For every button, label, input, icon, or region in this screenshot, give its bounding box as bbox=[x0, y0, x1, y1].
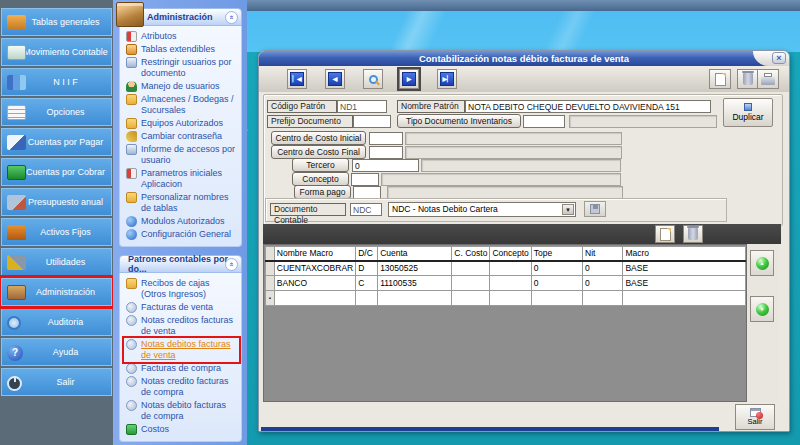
menu-item-costos[interactable]: Costos bbox=[124, 423, 239, 436]
cell-d-c[interactable]: C bbox=[356, 276, 378, 291]
sidebar-item-movimiento-contable[interactable]: Movimiento Contable bbox=[1, 38, 112, 66]
cell-d-c[interactable] bbox=[356, 291, 378, 306]
centro-costo-final-input[interactable] bbox=[369, 146, 403, 159]
centro-costo-inicial-input[interactable] bbox=[369, 132, 403, 145]
sidebar-item-salir[interactable]: Salir bbox=[1, 368, 112, 396]
prefijo-documento-input[interactable] bbox=[353, 115, 391, 128]
cell-c-costo[interactable] bbox=[452, 291, 490, 306]
documento-contable-select[interactable]: NDC - Notas Debito Cartera ▼ bbox=[388, 202, 576, 217]
tercero-button[interactable]: Tercero bbox=[292, 158, 349, 172]
centro-costo-inicial-button[interactable]: Centro de Costo Inicial bbox=[271, 131, 366, 145]
grid-confirm-down-button[interactable]: ▼ bbox=[750, 296, 774, 322]
menu-item-modulos-autorizados[interactable]: Modulos Autorizados bbox=[124, 215, 239, 228]
cell-tope[interactable]: 0 bbox=[531, 261, 582, 276]
cell-cuenta[interactable]: 11100535 bbox=[378, 276, 452, 291]
cell-cuenta[interactable] bbox=[378, 291, 452, 306]
centro-costo-final-button[interactable]: Centro de Costo Final bbox=[271, 145, 366, 159]
menu-item-manejo-de-usuarios[interactable]: Manejo de usuarios bbox=[124, 80, 239, 93]
cell-c-costo[interactable] bbox=[452, 261, 490, 276]
tipo-documento-input[interactable] bbox=[523, 115, 565, 128]
cell-cuenta[interactable]: 13050525 bbox=[378, 261, 452, 276]
close-icon[interactable]: × bbox=[772, 52, 786, 64]
cell-c-costo[interactable] bbox=[452, 276, 490, 291]
menu-item-almacenes-bodegas-sucursales[interactable]: Almacenes / Bodegas / Sucursales bbox=[124, 93, 239, 117]
cell-concepto[interactable] bbox=[490, 261, 531, 276]
save-documento-button[interactable] bbox=[584, 201, 606, 217]
menu-item-restringir-usuarios-por-documento[interactable]: Restringir usuarios por documento bbox=[124, 56, 239, 80]
cell-nit[interactable]: 0 bbox=[583, 276, 623, 291]
sidebar-item-cuentas-por-cobrar[interactable]: Cuentas por Cobrar bbox=[1, 158, 112, 186]
tercero-input[interactable] bbox=[352, 159, 419, 172]
sidebar-item-presupuesto-anual[interactable]: Presupuesto anual bbox=[1, 188, 112, 216]
first-record-button[interactable]: ▏◀ bbox=[287, 69, 307, 89]
cell-concepto[interactable] bbox=[490, 291, 531, 306]
menu-item-facturas-de-compra[interactable]: Facturas de compra bbox=[124, 362, 239, 375]
menu-item-tablas-extendibles[interactable]: Tablas extendibles bbox=[124, 43, 239, 56]
row-selector-cell[interactable] bbox=[266, 261, 275, 276]
table-row[interactable]: ▪ bbox=[266, 291, 746, 306]
salir-button[interactable]: Salir bbox=[735, 404, 775, 430]
concepto-input[interactable] bbox=[351, 173, 379, 186]
row-selector-cell[interactable]: ▪ bbox=[266, 291, 275, 306]
menu-item-personalizar-nombres-de-tablas[interactable]: Personalizar nombres de tablas bbox=[124, 191, 239, 215]
cell-d-c[interactable]: D bbox=[356, 261, 378, 276]
menu-section-header-patrones-contables-por-do[interactable]: Patrones contables por do...« bbox=[119, 255, 242, 273]
sidebar-item-cuentas-por-pagar[interactable]: Cuentas por Pagar bbox=[1, 128, 112, 156]
cell-nombre-macro[interactable] bbox=[274, 291, 355, 306]
sidebar-item-activos-fijos[interactable]: Activos Fijos bbox=[1, 218, 112, 246]
collapse-chevron-icon[interactable]: « bbox=[225, 258, 238, 271]
menu-item-recibos-de-cajas-otros-ingresos[interactable]: Recibos de cajas (Otros Ingresos) bbox=[124, 277, 239, 301]
menu-item-facturas-de-venta[interactable]: Facturas de venta bbox=[124, 301, 239, 314]
sidebar-item-tablas-generales[interactable]: Tablas generales bbox=[1, 8, 112, 36]
cell-concepto[interactable] bbox=[490, 276, 531, 291]
menu-item-notas-credito-facturas-de-compra[interactable]: Notas credito facturas de compra bbox=[124, 375, 239, 399]
cell-nit[interactable]: 0 bbox=[583, 261, 623, 276]
collapse-chevron-icon[interactable]: « bbox=[225, 11, 238, 24]
chevron-down-icon[interactable]: ▼ bbox=[562, 204, 574, 215]
sidebar-item-opciones[interactable]: Opciones bbox=[1, 98, 112, 126]
documento-contable-code-input[interactable] bbox=[350, 203, 382, 216]
sidebar-item-utilidades[interactable]: Utilidades bbox=[1, 248, 112, 276]
menu-item-configuracion-general[interactable]: Configuración General bbox=[124, 228, 239, 241]
menu-item-parametros-iniciales-aplicacion[interactable]: Parametros iniciales Aplicacion bbox=[124, 167, 239, 191]
menu-item-cambiar-contrasena[interactable]: Cambiar contraseña bbox=[124, 130, 239, 143]
sidebar-item-auditoria[interactable]: Auditoria bbox=[1, 308, 112, 336]
sidebar-item-administracion[interactable]: Administración bbox=[1, 278, 112, 306]
grid-new-row-button[interactable] bbox=[655, 225, 675, 243]
last-record-button[interactable]: ▶▏ bbox=[437, 69, 457, 89]
menu-item-notas-debito-facturas-de-compra[interactable]: Notas debito facturas de compra bbox=[124, 399, 239, 423]
duplicar-button[interactable]: Duplicar bbox=[723, 98, 773, 127]
previous-record-button[interactable]: ◀ bbox=[325, 69, 345, 89]
sidebar-item-n-i-i-f[interactable]: N I I F bbox=[1, 68, 112, 96]
new-record-button[interactable] bbox=[709, 69, 731, 89]
cell-tope[interactable]: 0 bbox=[531, 276, 582, 291]
codigo-patron-input[interactable] bbox=[337, 100, 387, 113]
menu-item-atributos[interactable]: Atributos bbox=[124, 30, 239, 43]
tipo-documento-inventarios-button[interactable]: Tipo Documento Inventarios bbox=[397, 114, 521, 128]
search-record-button[interactable] bbox=[363, 69, 383, 89]
menu-item-informe-de-accesos-por-usuario[interactable]: Informe de accesos por usuario bbox=[124, 143, 239, 167]
menu-section-header-administracion[interactable]: Administración« bbox=[119, 8, 242, 26]
table-row[interactable]: BANCOC1110053500BASE bbox=[266, 276, 746, 291]
cell-macro[interactable]: BASE bbox=[623, 276, 746, 291]
menu-item-notas-creditos-facturas-de-venta[interactable]: Notas creditos facturas de venta bbox=[124, 314, 239, 338]
menu-item-equipos-autorizados[interactable]: Equipos Autorizados bbox=[124, 117, 239, 130]
nombre-patron-input[interactable] bbox=[465, 100, 711, 113]
forma-pago-button[interactable]: Forma pago bbox=[294, 185, 351, 199]
grid-delete-row-button[interactable] bbox=[683, 225, 703, 243]
cell-macro[interactable]: BASE bbox=[623, 261, 746, 276]
print-button[interactable] bbox=[757, 69, 779, 89]
table-row[interactable]: CUENTAXCOBRARD1305052500BASE bbox=[266, 261, 746, 276]
cell-nit[interactable] bbox=[583, 291, 623, 306]
delete-record-button[interactable] bbox=[737, 69, 759, 89]
cell-tope[interactable] bbox=[531, 291, 582, 306]
cell-nombre-macro[interactable]: BANCO bbox=[274, 276, 355, 291]
menu-item-notas-debitos-facturas-de-venta[interactable]: Notas debitos facturas de venta bbox=[124, 338, 239, 362]
cell-nombre-macro[interactable]: CUENTAXCOBRAR bbox=[274, 261, 355, 276]
concepto-button[interactable]: Concepto bbox=[292, 172, 349, 186]
sidebar-item-ayuda[interactable]: ?Ayuda bbox=[1, 338, 112, 366]
next-record-button[interactable]: ▶ bbox=[399, 69, 419, 89]
cell-macro[interactable] bbox=[623, 291, 746, 306]
grid-confirm-up-button[interactable]: ▲ bbox=[750, 250, 774, 276]
row-selector-cell[interactable] bbox=[266, 276, 275, 291]
